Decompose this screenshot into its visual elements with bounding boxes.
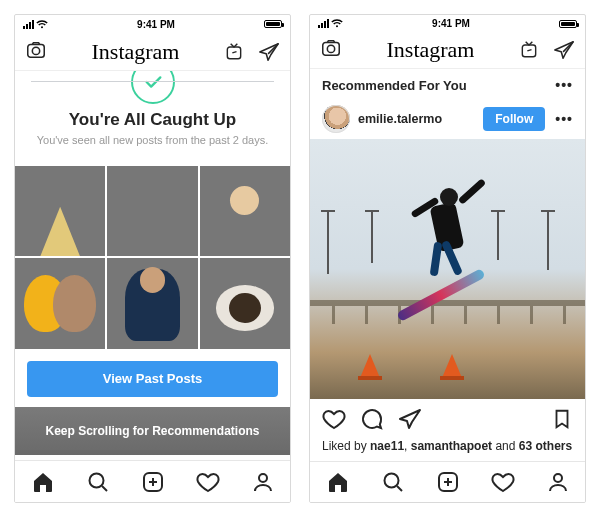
status-bar: 9:41 PM — [310, 15, 585, 32]
caught-up-title: You're All Caught Up — [31, 110, 274, 130]
post-thumbnail[interactable] — [200, 166, 290, 256]
checkmark-circle-icon — [131, 71, 175, 104]
like-icon[interactable] — [322, 407, 346, 435]
camera-icon[interactable] — [320, 37, 342, 63]
post-header: emilie.talermo Follow ••• — [310, 99, 585, 139]
instagram-logo: Instagram — [387, 37, 475, 63]
svg-point-3 — [89, 473, 103, 487]
cellular-signal-icon — [23, 20, 34, 29]
instagram-logo: Instagram — [92, 39, 180, 65]
liker-name[interactable]: nae11 — [370, 439, 404, 453]
wifi-icon — [36, 20, 48, 29]
post-thumbnail[interactable] — [200, 258, 290, 348]
svg-point-9 — [384, 474, 398, 488]
post-actions — [310, 399, 585, 439]
bookmark-icon[interactable] — [551, 407, 573, 435]
user-avatar[interactable] — [322, 105, 350, 133]
post-thumbnail[interactable] — [15, 166, 105, 256]
post-thumbnail[interactable] — [107, 258, 197, 348]
liker-name[interactable]: samanthapoet — [411, 439, 492, 453]
more-options-icon[interactable]: ••• — [555, 77, 573, 93]
caught-up-subtitle: You've seen all new posts from the past … — [31, 134, 274, 146]
activity-tab-icon[interactable] — [196, 470, 220, 494]
share-icon[interactable] — [398, 407, 422, 435]
battery-icon — [264, 20, 282, 28]
profile-tab-icon[interactable] — [251, 470, 275, 494]
camera-icon[interactable] — [25, 39, 47, 65]
recommended-header: Recommended For You ••• — [310, 69, 585, 99]
scroll-hint-banner: Keep Scrolling for Recommendations — [15, 407, 290, 455]
app-header: Instagram — [15, 33, 290, 71]
svg-point-7 — [327, 46, 334, 53]
follow-button[interactable]: Follow — [483, 107, 545, 131]
post-username[interactable]: emilie.talermo — [358, 112, 442, 126]
search-tab-icon[interactable] — [381, 470, 405, 494]
svg-point-1 — [32, 47, 39, 54]
phone-left: 9:41 PM Instagram You're All Caught Up Y… — [14, 14, 291, 503]
tab-bar — [310, 461, 585, 502]
search-tab-icon[interactable] — [86, 470, 110, 494]
past-posts-grid — [15, 154, 290, 349]
wifi-icon — [331, 19, 343, 28]
divider — [31, 81, 274, 82]
direct-messages-icon[interactable] — [553, 39, 575, 61]
others-count[interactable]: 63 others — [519, 439, 572, 453]
view-past-posts-button[interactable]: View Past Posts — [27, 361, 278, 397]
new-post-tab-icon[interactable] — [141, 470, 165, 494]
svg-point-11 — [554, 474, 562, 482]
post-image[interactable] — [310, 139, 585, 399]
svg-rect-6 — [323, 43, 340, 56]
home-tab-icon[interactable] — [326, 470, 350, 494]
post-more-options-icon[interactable]: ••• — [555, 111, 573, 127]
svg-point-5 — [259, 474, 267, 482]
profile-tab-icon[interactable] — [546, 470, 570, 494]
activity-tab-icon[interactable] — [491, 470, 515, 494]
status-bar: 9:41 PM — [15, 15, 290, 33]
svg-rect-0 — [28, 44, 45, 57]
recommended-title: Recommended For You — [322, 78, 467, 93]
post-thumbnail[interactable] — [107, 166, 197, 256]
comment-icon[interactable] — [360, 407, 384, 435]
new-post-tab-icon[interactable] — [436, 470, 460, 494]
igtv-icon[interactable] — [224, 42, 244, 62]
home-tab-icon[interactable] — [31, 470, 55, 494]
likes-text: Liked by nae11, samanthapoet and 63 othe… — [310, 439, 585, 461]
caught-up-panel: You're All Caught Up You've seen all new… — [15, 71, 290, 460]
battery-icon — [559, 20, 577, 28]
post-thumbnail[interactable] — [15, 258, 105, 348]
igtv-icon[interactable] — [519, 40, 539, 60]
status-time: 9:41 PM — [432, 18, 470, 29]
direct-messages-icon[interactable] — [258, 41, 280, 63]
app-header: Instagram — [310, 32, 585, 69]
cellular-signal-icon — [318, 19, 329, 28]
phone-right: 9:41 PM Instagram Recommended For You ••… — [309, 14, 586, 503]
status-time: 9:41 PM — [137, 19, 175, 30]
tab-bar — [15, 460, 290, 502]
